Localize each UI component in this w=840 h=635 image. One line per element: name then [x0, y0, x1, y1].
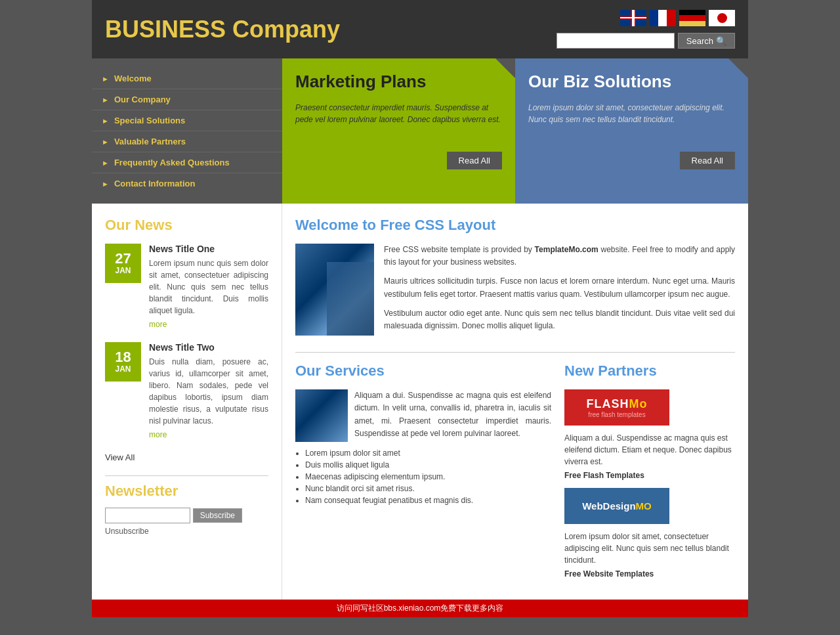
services-title: Our Services	[295, 362, 551, 380]
news-more-link-1[interactable]: more	[149, 320, 268, 329]
welcome-image	[295, 244, 374, 336]
sidebar-item-our-company[interactable]: ► Our Company	[92, 89, 282, 110]
hero-read-all-button-2[interactable]: Read All	[680, 152, 735, 169]
partner-web-desc: Lorem ipsum dolor sit amet, consectetuer…	[564, 531, 735, 566]
welcome-section: Welcome to Free CSS Layout Free CSS webs…	[295, 217, 735, 339]
partner-banner-web[interactable]: WebDesignMO	[564, 488, 669, 524]
services-image	[295, 389, 348, 442]
welcome-site-link[interactable]: TemplateMo.com	[535, 245, 598, 254]
list-item: Nam consequat feugiat penatibus et magni…	[305, 496, 551, 505]
partners-title: New Partners	[564, 362, 735, 380]
news-date-box-1: 27 JAN	[105, 244, 141, 283]
news-title-1: News Title One	[149, 244, 268, 254]
news-item-2: 18 JAN News Title Two Duis nulla diam, p…	[105, 342, 268, 439]
left-column: Our News 27 JAN News Title One Lorem ips…	[92, 204, 282, 600]
hero-section: Marketing Plans Praesent consectetur imp…	[282, 58, 748, 204]
sidebar-item-label: Valuable Partners	[114, 137, 186, 146]
site-logo: BUSINESS Company	[105, 16, 340, 43]
news-text-1: Lorem ipsum nunc quis sem dolor sit amet…	[149, 257, 268, 317]
services-partners-row: Our Services Aliquam a dui. Suspendisse …	[295, 362, 735, 586]
welcome-intro: Free CSS website template is provided by	[384, 245, 532, 254]
nav-arrow-icon: ►	[102, 180, 109, 188]
services-section: Our Services Aliquam a dui. Suspendisse …	[295, 362, 551, 586]
flag-jp[interactable]	[709, 10, 735, 26]
nav-arrow-icon: ►	[102, 117, 109, 125]
services-text-block: Aliquam a dui. Suspendisse ac magna quis…	[354, 389, 551, 442]
hero-card-title: Marketing Plans	[295, 72, 502, 92]
footer-bar: 访问同写社区bbs.xieniao.com免费下载更多内容	[92, 600, 748, 617]
partner-flash-link[interactable]: Free Flash Templates	[564, 471, 735, 480]
news-day-1: 27	[115, 252, 131, 266]
sidebar-item-valuable-partners[interactable]: ► Valuable Partners	[92, 131, 282, 152]
welcome-para-1: Free CSS website template is provided by…	[384, 244, 735, 269]
flag-de[interactable]	[679, 10, 705, 26]
search-input[interactable]	[556, 33, 675, 49]
flag-fr[interactable]	[650, 10, 676, 26]
sidebar-item-special-solutions[interactable]: ► Special Solutions	[92, 110, 282, 131]
nav-arrow-icon: ►	[102, 96, 109, 104]
news-date-box-2: 18 JAN	[105, 342, 141, 382]
news-month-1: JAN	[115, 266, 131, 275]
search-label: Search	[686, 36, 713, 46]
news-content-2: News Title Two Duis nulla diam, posuere …	[149, 342, 268, 439]
newsletter-section: Newsletter Subscribe Unsubscribe	[105, 483, 268, 536]
list-item: Nunc blandit orci sit amet risus.	[305, 484, 551, 493]
news-month-2: JAN	[115, 364, 131, 374]
nav-hero-section: ► Welcome ► Our Company ► Special Soluti…	[92, 58, 748, 204]
hero-card-desc: Praesent consectetur imperdiet mauris. S…	[295, 102, 502, 125]
services-list: Lorem ipsum dolor sit amet Duis mollis a…	[295, 449, 551, 505]
nav-arrow-icon: ►	[102, 75, 109, 83]
view-all-link[interactable]: View All	[105, 452, 268, 462]
language-flags	[620, 10, 735, 26]
header-right: Search 🔍	[556, 10, 735, 49]
news-divider	[105, 475, 268, 476]
welcome-text-block: Free CSS website template is provided by…	[384, 244, 735, 339]
main-content: Our News 27 JAN News Title One Lorem ips…	[92, 204, 748, 600]
site-header: BUSINESS Company	[92, 0, 748, 58]
list-item: Duis mollis aliquet ligula	[305, 460, 551, 470]
sidebar-item-label: Contact Information	[114, 179, 196, 188]
subscribe-button[interactable]: Subscribe	[193, 508, 242, 523]
welcome-para-3: Vestibulum auctor odio eget ante. Nunc q…	[384, 307, 735, 332]
partner-flash-desc: Aliquam a dui. Suspendisse ac magna quis…	[564, 432, 735, 468]
right-column: Welcome to Free CSS Layout Free CSS webs…	[282, 204, 748, 600]
sidebar-item-label: Welcome	[114, 74, 152, 83]
hero-read-all-button-1[interactable]: Read All	[447, 152, 502, 169]
news-content-1: News Title One Lorem ipsum nunc quis sem…	[149, 244, 268, 329]
sidebar-item-faq[interactable]: ► Frequently Asked Questions	[92, 152, 282, 173]
search-button[interactable]: Search 🔍	[678, 33, 735, 49]
newsletter-title: Newsletter	[105, 483, 268, 500]
sidebar-item-label: Frequently Asked Questions	[114, 158, 230, 167]
hero-card-title: Our Biz Solutions	[528, 72, 735, 92]
partner-web-link[interactable]: Free Website Templates	[564, 569, 735, 579]
news-text-2: Duis nulla diam, posuere ac, varius id, …	[149, 356, 268, 427]
partner-flash-sub: free flash templates	[588, 411, 645, 418]
newsletter-email-input[interactable]	[105, 508, 190, 523]
sidebar-item-welcome[interactable]: ► Welcome	[92, 68, 282, 89]
news-day-2: 18	[115, 350, 131, 364]
flag-uk[interactable]	[620, 10, 646, 26]
services-content: Aliquam a dui. Suspendisse ac magna quis…	[295, 389, 551, 442]
partners-section: New Partners FLASHMo free flash template…	[564, 362, 735, 586]
partner-banner-flash[interactable]: FLASHMo free flash templates	[564, 389, 669, 426]
nav-arrow-icon: ►	[102, 138, 109, 146]
main-divider	[295, 352, 735, 353]
hero-card-biz: Our Biz Solutions Lorem ipsum dolor sit …	[515, 58, 748, 204]
welcome-para-2: Mauris ultrices sollicitudin turpis. Fus…	[384, 275, 735, 300]
services-description: Aliquam a dui. Suspendisse ac magna quis…	[354, 389, 551, 440]
sidebar-item-label: Our Company	[114, 95, 171, 104]
sidebar-item-contact[interactable]: ► Contact Information	[92, 173, 282, 194]
hero-card-desc: Lorem ipsum dolor sit amet, consectetuer…	[528, 102, 735, 125]
news-section-title: Our News	[105, 217, 268, 234]
unsubscribe-link[interactable]: Unsubscribe	[105, 527, 268, 536]
welcome-title: Welcome to Free CSS Layout	[295, 217, 735, 234]
sidebar-nav: ► Welcome ► Our Company ► Special Soluti…	[92, 58, 282, 204]
list-item: Maecenas adipiscing elementum ipsum.	[305, 472, 551, 481]
footer-text: 访问同写社区bbs.xieniao.com免费下载更多内容	[337, 603, 504, 613]
news-title-2: News Title Two	[149, 342, 268, 353]
news-more-link-2[interactable]: more	[149, 430, 268, 439]
sidebar-item-label: Special Solutions	[114, 116, 185, 125]
search-icon: 🔍	[716, 36, 726, 46]
newsletter-form: Subscribe	[105, 508, 268, 523]
partner-flash-name: FLASHMo	[587, 397, 648, 411]
